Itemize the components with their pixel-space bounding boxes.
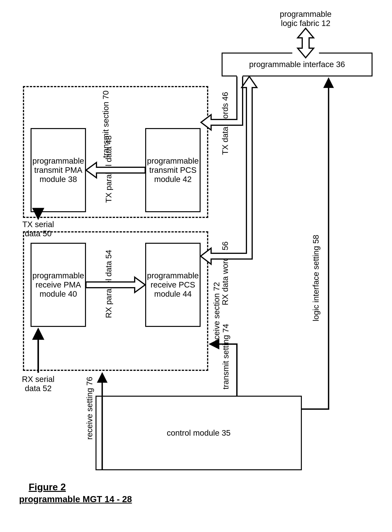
diagram-canvas: programmable logic fabric 12 programmabl… [8, 8, 380, 524]
rx-serial-label: RX serial data 52 [18, 375, 58, 393]
tx-pcs-box: programmable transmit PCS module 42 [145, 128, 201, 212]
tx-data-words-label: TX data words 46 [221, 87, 230, 160]
logic-fabric-label: programmable logic fabric 12 [266, 9, 346, 28]
programmable-interface-box: programmable interface 36 [222, 52, 373, 76]
figure-number: Figure 2 [29, 482, 76, 493]
receive-section-label: receive section 72 [212, 279, 221, 350]
tx-pcs-text: programmable transmit PCS module 42 [147, 156, 199, 184]
transmit-setting-label: transmit setting 74 [221, 320, 230, 393]
receive-setting-label: receive setting 76 [85, 374, 94, 443]
rx-parallel-label: RX parallel data 54 [104, 243, 113, 325]
rx-pcs-text: programmable receive PCS module 44 [147, 271, 199, 299]
rx-pma-text: programmable receive PMA module 40 [33, 271, 84, 299]
rx-pma-box: programmable receive PMA module 40 [31, 243, 86, 327]
control-module-box: control module 35 [96, 396, 302, 470]
tx-serial-label: TX serial data 50 [18, 220, 58, 238]
programmable-interface-text: programmable interface 36 [249, 60, 345, 69]
tx-pma-box: programmable transmit PMA module 38 [31, 128, 86, 212]
svg-rect-0 [8, 27, 8, 27]
svg-rect-1 [292, 27, 319, 53]
figure-title: programmable MGT 14 - 28 [19, 494, 149, 504]
control-module-text: control module 35 [167, 428, 231, 438]
logic-iface-label: logic interface setting 58 [311, 227, 321, 329]
tx-parallel-label: TX parallel data 48 [104, 129, 113, 209]
rx-pcs-box: programmable receive PCS module 44 [145, 243, 201, 327]
tx-pma-text: programmable transmit PMA module 38 [33, 156, 84, 184]
rx-data-words-label: RX data words 56 [221, 236, 230, 311]
